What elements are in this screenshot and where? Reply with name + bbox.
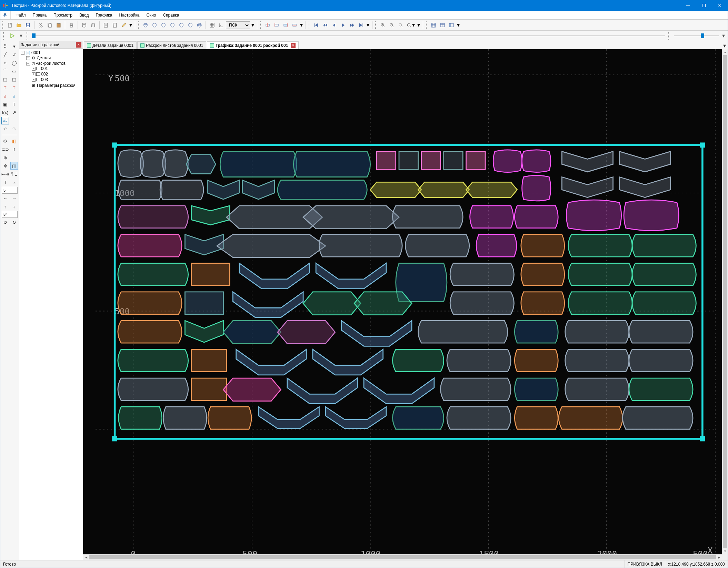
tabs-dropdown[interactable]: ▾: [721, 42, 728, 49]
link-tool-icon[interactable]: ⊂⊃: [1, 145, 9, 153]
menu-window[interactable]: Окно: [143, 12, 160, 19]
open-file-button[interactable]: [15, 21, 23, 29]
maximize-button[interactable]: [696, 0, 712, 11]
properties-button[interactable]: [102, 21, 110, 29]
rect-tool-icon[interactable]: ▭: [10, 67, 18, 75]
toolbar-grip[interactable]: [3, 32, 5, 40]
view-iso-6-button[interactable]: [186, 21, 195, 29]
split-tool-icon[interactable]: ⊤: [1, 179, 9, 186]
align-button-4[interactable]: [290, 21, 299, 29]
tab-nesting[interactable]: Раскрои листов задания 0001: [137, 41, 206, 49]
dropdown-button-2[interactable]: ▾: [251, 21, 255, 29]
show-panel-button[interactable]: [447, 21, 456, 29]
scroll-right-icon[interactable]: ▶: [716, 555, 722, 560]
dropdown-button-5[interactable]: ▾: [417, 21, 421, 29]
arrow-right-icon[interactable]: →: [10, 194, 18, 202]
eraser-icon[interactable]: ◧: [10, 137, 18, 145]
scroll-down-icon[interactable]: ▼: [722, 548, 728, 554]
view-wireframe-button[interactable]: [195, 21, 203, 29]
cut-button[interactable]: [37, 21, 45, 29]
tree-details[interactable]: +⚙Детали: [26, 55, 81, 60]
paste-button[interactable]: [54, 21, 63, 29]
contour-1-icon[interactable]: ⬚: [1, 75, 9, 83]
align-button-1[interactable]: [263, 21, 272, 29]
tree-nesting[interactable]: −?Раскрои листов: [26, 61, 81, 66]
contour-2-icon[interactable]: ⬚: [10, 75, 18, 83]
status-snap[interactable]: ПРИВЯЗКА ВЫКЛ: [625, 560, 666, 568]
view-iso-4-button[interactable]: [168, 21, 177, 29]
align-button-3[interactable]: [281, 21, 290, 29]
line-tool-icon[interactable]: ╱: [1, 51, 9, 58]
menu-graphics[interactable]: Графика: [92, 12, 116, 19]
menu-help[interactable]: Справка: [159, 12, 182, 19]
vertical-scrollbar[interactable]: ▲ ▼: [722, 49, 728, 554]
tree-panel-header[interactable]: Задание на раскрой ✕: [19, 41, 83, 49]
mirror-v-icon[interactable]: ⇤⇥: [1, 170, 9, 178]
rotate-ccw-icon[interactable]: ↺: [1, 219, 9, 226]
minimize-button[interactable]: [680, 0, 696, 11]
nav-next-fast-button[interactable]: [348, 21, 356, 29]
play-button[interactable]: [9, 32, 16, 40]
view-iso-1-button[interactable]: [141, 21, 150, 29]
offset-value-input[interactable]: [2, 187, 18, 194]
arc-tool-icon[interactable]: ⌒: [1, 67, 9, 75]
align-button-2[interactable]: [272, 21, 281, 29]
fx-tool-icon[interactable]: f(x): [1, 109, 9, 116]
tree-sheet-003[interactable]: +003: [32, 77, 81, 82]
play-dropdown[interactable]: ▾: [19, 33, 23, 39]
scroll-up-icon[interactable]: ▲: [722, 49, 728, 55]
redo-arc-icon[interactable]: ↷: [10, 125, 18, 133]
nav-next-button[interactable]: [339, 21, 347, 29]
edit-button[interactable]: [120, 21, 128, 29]
speed-slider[interactable]: [674, 33, 719, 39]
new-file-button[interactable]: [6, 21, 14, 29]
menu-file[interactable]: Файл: [12, 12, 29, 19]
toolbar-grip[interactable]: [668, 32, 670, 40]
group-tool-icon[interactable]: ▣: [1, 100, 9, 108]
gear-icon[interactable]: ⚙: [1, 137, 9, 145]
text-tool-icon[interactable]: T: [10, 100, 18, 108]
view-iso-3-button[interactable]: [159, 21, 168, 29]
tab-close-button[interactable]: ✕: [291, 43, 296, 48]
zoom-fit-button[interactable]: [397, 21, 405, 29]
scroll-left-icon[interactable]: ◀: [83, 555, 89, 560]
circle-tool-icon[interactable]: ○: [1, 59, 9, 67]
transform-tool-icon[interactable]: ◫: [10, 162, 18, 170]
menu-settings[interactable]: Настройка: [116, 12, 143, 19]
ellipse-tool-icon[interactable]: ◯: [10, 59, 18, 67]
tab-details[interactable]: Детали задания 0001: [84, 41, 137, 49]
dropdown-button-6[interactable]: ▾: [456, 21, 460, 29]
origin-tool-icon[interactable]: ⊕: [1, 154, 9, 161]
tree-params[interactable]: ⊞Параметры раскроя: [26, 83, 81, 88]
zoom-dropdown-button[interactable]: ▾: [406, 21, 416, 29]
toolbar-grip[interactable]: [138, 21, 140, 29]
axes-button[interactable]: [217, 21, 225, 29]
slider-dropdown[interactable]: ▾: [721, 33, 726, 39]
export-tool-icon[interactable]: ↗: [10, 109, 18, 116]
tree-close-button[interactable]: ✕: [76, 42, 81, 48]
mill-2-icon[interactable]: ⍋: [10, 92, 18, 100]
grid-button[interactable]: [208, 21, 216, 29]
parallel-tool-icon[interactable]: ⫽: [10, 51, 18, 58]
toolbar-grip[interactable]: [260, 21, 262, 29]
tree-root[interactable]: −📄0001: [21, 50, 81, 55]
coord-system-select[interactable]: ПСК: [226, 21, 250, 29]
playback-slider[interactable]: [32, 33, 665, 39]
list-button[interactable]: [111, 21, 119, 29]
toolbar-grip[interactable]: [2, 21, 4, 29]
menu-edit[interactable]: Правка: [29, 12, 50, 19]
zoom-out-button[interactable]: [388, 21, 396, 29]
tree-sheet-001[interactable]: +001: [32, 66, 81, 71]
dropdown-button-3[interactable]: ▾: [299, 21, 303, 29]
nav-first-button[interactable]: [312, 21, 320, 29]
show-grid-button[interactable]: [429, 21, 438, 29]
dots-tool-icon[interactable]: ⠿: [1, 42, 9, 50]
angle-value-input[interactable]: [2, 211, 18, 218]
horizontal-scrollbar[interactable]: ◀ ▶: [83, 554, 722, 560]
dropdown-button-4[interactable]: ▾: [366, 21, 370, 29]
save-button[interactable]: [24, 21, 32, 29]
undo-arc-icon[interactable]: ↶: [1, 125, 9, 133]
view-iso-5-button[interactable]: [177, 21, 186, 29]
mill-1-icon[interactable]: ⍋: [1, 92, 9, 100]
arrow-down-icon[interactable]: ↓: [10, 203, 18, 210]
